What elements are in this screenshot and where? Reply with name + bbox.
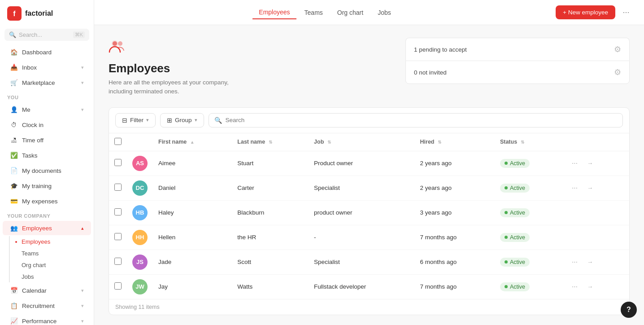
training-icon: 🎓 [10,182,18,190]
topnav-link-teams[interactable]: Teams [298,6,329,19]
row-checkbox-cell [109,250,127,274]
chevron-down-icon: ▾ [81,288,84,294]
select-all-checkbox[interactable] [114,138,122,145]
row-more-button[interactable]: ⋯ [568,157,582,170]
row-checkbox[interactable] [114,159,122,166]
row-actions: ⋯ → [568,255,624,269]
row-job: Product owner [309,151,414,176]
help-button[interactable]: ? [621,302,637,318]
sidebar-item-label: Performance [22,318,57,325]
pending-gear-icon[interactable]: ⚙ [614,44,621,54]
svg-text:f: f [13,10,16,18]
sidebar-search[interactable]: 🔍 Search... ⌘K [4,29,89,41]
table-search-bar[interactable]: 🔍 [209,113,623,127]
topnav-link-org-chart[interactable]: Org chart [331,6,370,19]
job-header[interactable]: Job ⇅ [309,133,414,151]
row-actions-cell: ⋯ → [563,250,629,274]
row-avatar-cell: JW [127,274,153,299]
sidebar-item-me[interactable]: 👤 Me ▾ [3,102,91,117]
row-open-button[interactable]: → [583,157,597,170]
row-first-name: Hellen [153,225,232,250]
sort-icon: ⇅ [438,140,441,145]
row-first-name: Jade [153,250,232,274]
new-employee-button[interactable]: + New employee [556,5,615,19]
sidebar-submenu-item-teams[interactable]: Teams [7,248,91,259]
employees-icon: 👥 [10,224,18,232]
row-checkbox[interactable] [114,184,122,191]
row-actions-cell [563,200,629,225]
group-icon: ⊞ [167,117,172,124]
sidebar-item-calendar[interactable]: 📅 Calendar ▾ [3,283,91,298]
chevron-down-icon: ▾ [81,80,84,86]
sidebar-item-dashboard[interactable]: 🏠 Dashboard [3,45,91,59]
sidebar-item-tasks[interactable]: ✅ Tasks [3,148,91,162]
row-more-button[interactable]: ⋯ [568,255,582,269]
page-header-left: Employees Here are all the employees at … [109,38,395,97]
row-status: Active [495,200,563,225]
row-status: Active [495,151,563,176]
status-badge: Active [500,208,530,217]
row-checkbox-cell [109,225,127,250]
row-open-button[interactable]: → [583,280,597,294]
topnav-link-jobs[interactable]: Jobs [371,6,397,19]
row-checkbox[interactable] [114,233,122,240]
last-name-header[interactable]: Last name ⇅ [232,133,309,151]
filter-button[interactable]: ⊟ Filter ▾ [115,113,156,127]
first-name-header[interactable]: First name ▲ [153,133,232,151]
table-search-input[interactable] [226,117,617,123]
sidebar-item-recruitment[interactable]: 📋 Recruitment ▾ [3,299,91,313]
sidebar-item-employees[interactable]: 👥 Employees ▴ [3,221,91,235]
row-checkbox[interactable] [114,208,122,215]
page-subtitle: Here are all the employees at your compa… [109,78,395,97]
status-badge: Active [500,233,530,242]
sidebar-item-marketplace[interactable]: 🛒 Marketplace ▾ [3,75,91,90]
sidebar-item-performance[interactable]: 📈 Performance ▾ [3,314,91,325]
row-more-button[interactable]: ⋯ [568,181,582,195]
sidebar-item-my-expenses[interactable]: 💳 My expenses [3,194,91,208]
row-checkbox[interactable] [114,258,122,265]
row-checkbox[interactable] [114,282,122,290]
svg-point-4 [118,41,122,46]
submenu-item-label: Employees [22,238,50,245]
avatar: HB [132,205,148,220]
row-open-button[interactable]: → [583,181,597,195]
sidebar-submenu-item-org-chart[interactable]: Org chart [7,259,91,271]
status-badge: Active [500,258,530,267]
sidebar-submenu-item-jobs[interactable]: Jobs [7,271,91,282]
sidebar-logo[interactable]: f factorial [0,0,94,27]
row-more-button[interactable]: ⋯ [568,280,582,294]
sidebar-item-inbox[interactable]: 📥 Inbox ▾ [3,60,91,75]
sidebar-item-label: Employees [22,225,52,232]
group-button[interactable]: ⊞ Group ▾ [160,113,204,127]
status-header[interactable]: Status ⇅ [495,133,563,151]
sidebar-item-label: Inbox [22,64,37,71]
pending-text: 1 pending to accept [414,46,467,53]
sidebar-item-clock-in[interactable]: ⏱ Clock in [3,118,91,132]
select-all-header [109,133,127,151]
row-job: Specialist [309,250,414,274]
sidebar-item-my-training[interactable]: 🎓 My training [3,179,91,193]
sidebar-item-my-documents[interactable]: 📄 My documents [3,163,91,178]
search-shortcut: ⌘K [73,31,85,38]
sidebar-submenu-item-employees[interactable]: Employees [7,236,91,247]
you-section-label: YOU [0,90,94,102]
actions-header [563,133,629,151]
pending-card: 1 pending to accept ⚙ [405,38,630,61]
sidebar-item-time-off[interactable]: 🏖 Time off [3,133,91,147]
row-checkbox-cell [109,151,127,176]
table-row: AS Aimee Stuart Product owner 2 years ag… [109,151,629,176]
employees-table: First name ▲ Last name ⇅ Job ⇅ Hired [109,133,629,299]
sidebar-item-label: My documents [22,167,61,174]
row-open-button[interactable]: → [583,255,597,269]
status-dot [505,186,508,189]
avatar: DC [132,180,148,196]
topnav-link-employees[interactable]: Employees [252,6,296,19]
filter-label: Filter [130,117,144,123]
sidebar-item-label: Me [22,106,30,113]
hired-header[interactable]: Hired ⇅ [415,133,495,151]
main-content: Employees Teams Org chart Jobs + New emp… [94,0,644,325]
svg-point-3 [113,41,117,46]
not-invited-gear-icon[interactable]: ⚙ [614,67,621,77]
row-actions-cell: ⋯ → [563,176,629,200]
more-options-button[interactable]: ··· [619,5,633,20]
